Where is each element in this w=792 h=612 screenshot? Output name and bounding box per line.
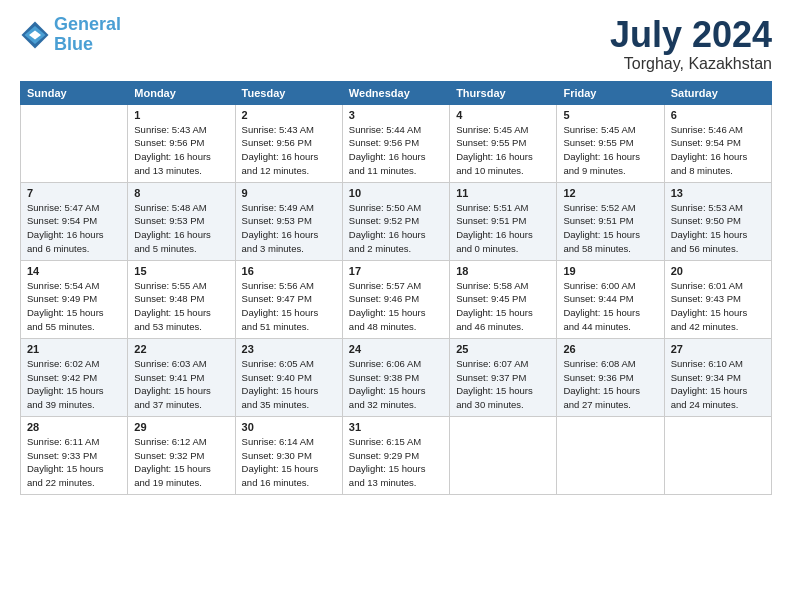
day-cell: 18Sunrise: 5:58 AM Sunset: 9:45 PM Dayli… bbox=[450, 260, 557, 338]
day-number: 23 bbox=[242, 343, 336, 355]
day-cell: 13Sunrise: 5:53 AM Sunset: 9:50 PM Dayli… bbox=[664, 182, 771, 260]
day-number: 21 bbox=[27, 343, 121, 355]
day-number: 20 bbox=[671, 265, 765, 277]
logo: General Blue bbox=[20, 15, 121, 55]
day-cell: 31Sunrise: 6:15 AM Sunset: 9:29 PM Dayli… bbox=[342, 416, 449, 494]
day-cell: 11Sunrise: 5:51 AM Sunset: 9:51 PM Dayli… bbox=[450, 182, 557, 260]
day-cell: 29Sunrise: 6:12 AM Sunset: 9:32 PM Dayli… bbox=[128, 416, 235, 494]
day-cell: 20Sunrise: 6:01 AM Sunset: 9:43 PM Dayli… bbox=[664, 260, 771, 338]
calendar-page: General Blue July 2024 Torghay, Kazakhst… bbox=[0, 0, 792, 612]
day-info: Sunrise: 5:49 AM Sunset: 9:53 PM Dayligh… bbox=[242, 201, 336, 256]
day-info: Sunrise: 6:03 AM Sunset: 9:41 PM Dayligh… bbox=[134, 357, 228, 412]
day-number: 28 bbox=[27, 421, 121, 433]
day-info: Sunrise: 6:12 AM Sunset: 9:32 PM Dayligh… bbox=[134, 435, 228, 490]
day-number: 16 bbox=[242, 265, 336, 277]
day-cell: 23Sunrise: 6:05 AM Sunset: 9:40 PM Dayli… bbox=[235, 338, 342, 416]
day-cell bbox=[557, 416, 664, 494]
day-info: Sunrise: 6:01 AM Sunset: 9:43 PM Dayligh… bbox=[671, 279, 765, 334]
day-info: Sunrise: 5:50 AM Sunset: 9:52 PM Dayligh… bbox=[349, 201, 443, 256]
day-info: Sunrise: 5:45 AM Sunset: 9:55 PM Dayligh… bbox=[456, 123, 550, 178]
day-number: 17 bbox=[349, 265, 443, 277]
day-cell: 16Sunrise: 5:56 AM Sunset: 9:47 PM Dayli… bbox=[235, 260, 342, 338]
th-thursday: Thursday bbox=[450, 81, 557, 104]
day-info: Sunrise: 6:02 AM Sunset: 9:42 PM Dayligh… bbox=[27, 357, 121, 412]
day-number: 2 bbox=[242, 109, 336, 121]
day-cell bbox=[450, 416, 557, 494]
week-row-1: 1Sunrise: 5:43 AM Sunset: 9:56 PM Daylig… bbox=[21, 104, 772, 182]
day-number: 29 bbox=[134, 421, 228, 433]
day-number: 30 bbox=[242, 421, 336, 433]
day-info: Sunrise: 5:44 AM Sunset: 9:56 PM Dayligh… bbox=[349, 123, 443, 178]
logo-line2: Blue bbox=[54, 34, 93, 54]
day-info: Sunrise: 5:51 AM Sunset: 9:51 PM Dayligh… bbox=[456, 201, 550, 256]
day-number: 7 bbox=[27, 187, 121, 199]
day-cell: 9Sunrise: 5:49 AM Sunset: 9:53 PM Daylig… bbox=[235, 182, 342, 260]
day-cell: 27Sunrise: 6:10 AM Sunset: 9:34 PM Dayli… bbox=[664, 338, 771, 416]
day-cell: 24Sunrise: 6:06 AM Sunset: 9:38 PM Dayli… bbox=[342, 338, 449, 416]
week-row-2: 7Sunrise: 5:47 AM Sunset: 9:54 PM Daylig… bbox=[21, 182, 772, 260]
calendar-table: Sunday Monday Tuesday Wednesday Thursday… bbox=[20, 81, 772, 495]
day-cell: 26Sunrise: 6:08 AM Sunset: 9:36 PM Dayli… bbox=[557, 338, 664, 416]
day-cell: 21Sunrise: 6:02 AM Sunset: 9:42 PM Dayli… bbox=[21, 338, 128, 416]
day-cell: 14Sunrise: 5:54 AM Sunset: 9:49 PM Dayli… bbox=[21, 260, 128, 338]
day-info: Sunrise: 5:54 AM Sunset: 9:49 PM Dayligh… bbox=[27, 279, 121, 334]
day-info: Sunrise: 5:55 AM Sunset: 9:48 PM Dayligh… bbox=[134, 279, 228, 334]
day-info: Sunrise: 5:47 AM Sunset: 9:54 PM Dayligh… bbox=[27, 201, 121, 256]
day-info: Sunrise: 5:43 AM Sunset: 9:56 PM Dayligh… bbox=[134, 123, 228, 178]
day-cell: 12Sunrise: 5:52 AM Sunset: 9:51 PM Dayli… bbox=[557, 182, 664, 260]
th-saturday: Saturday bbox=[664, 81, 771, 104]
day-info: Sunrise: 6:15 AM Sunset: 9:29 PM Dayligh… bbox=[349, 435, 443, 490]
week-row-4: 21Sunrise: 6:02 AM Sunset: 9:42 PM Dayli… bbox=[21, 338, 772, 416]
day-cell: 19Sunrise: 6:00 AM Sunset: 9:44 PM Dayli… bbox=[557, 260, 664, 338]
day-cell: 25Sunrise: 6:07 AM Sunset: 9:37 PM Dayli… bbox=[450, 338, 557, 416]
day-number: 26 bbox=[563, 343, 657, 355]
day-number: 22 bbox=[134, 343, 228, 355]
day-cell: 28Sunrise: 6:11 AM Sunset: 9:33 PM Dayli… bbox=[21, 416, 128, 494]
day-info: Sunrise: 5:46 AM Sunset: 9:54 PM Dayligh… bbox=[671, 123, 765, 178]
day-cell: 4Sunrise: 5:45 AM Sunset: 9:55 PM Daylig… bbox=[450, 104, 557, 182]
day-cell: 7Sunrise: 5:47 AM Sunset: 9:54 PM Daylig… bbox=[21, 182, 128, 260]
day-cell: 10Sunrise: 5:50 AM Sunset: 9:52 PM Dayli… bbox=[342, 182, 449, 260]
th-monday: Monday bbox=[128, 81, 235, 104]
day-number: 19 bbox=[563, 265, 657, 277]
calendar-body: 1Sunrise: 5:43 AM Sunset: 9:56 PM Daylig… bbox=[21, 104, 772, 494]
logo-icon bbox=[20, 20, 50, 50]
location: Torghay, Kazakhstan bbox=[610, 55, 772, 73]
day-number: 9 bbox=[242, 187, 336, 199]
day-cell: 1Sunrise: 5:43 AM Sunset: 9:56 PM Daylig… bbox=[128, 104, 235, 182]
day-info: Sunrise: 5:58 AM Sunset: 9:45 PM Dayligh… bbox=[456, 279, 550, 334]
day-number: 4 bbox=[456, 109, 550, 121]
day-number: 6 bbox=[671, 109, 765, 121]
day-number: 18 bbox=[456, 265, 550, 277]
day-number: 10 bbox=[349, 187, 443, 199]
day-info: Sunrise: 5:43 AM Sunset: 9:56 PM Dayligh… bbox=[242, 123, 336, 178]
day-cell: 6Sunrise: 5:46 AM Sunset: 9:54 PM Daylig… bbox=[664, 104, 771, 182]
day-number: 14 bbox=[27, 265, 121, 277]
day-info: Sunrise: 6:08 AM Sunset: 9:36 PM Dayligh… bbox=[563, 357, 657, 412]
day-info: Sunrise: 5:45 AM Sunset: 9:55 PM Dayligh… bbox=[563, 123, 657, 178]
day-info: Sunrise: 5:57 AM Sunset: 9:46 PM Dayligh… bbox=[349, 279, 443, 334]
day-info: Sunrise: 5:52 AM Sunset: 9:51 PM Dayligh… bbox=[563, 201, 657, 256]
day-info: Sunrise: 5:56 AM Sunset: 9:47 PM Dayligh… bbox=[242, 279, 336, 334]
day-cell bbox=[664, 416, 771, 494]
day-cell: 8Sunrise: 5:48 AM Sunset: 9:53 PM Daylig… bbox=[128, 182, 235, 260]
day-info: Sunrise: 5:53 AM Sunset: 9:50 PM Dayligh… bbox=[671, 201, 765, 256]
title-block: July 2024 Torghay, Kazakhstan bbox=[610, 15, 772, 73]
weekday-header-row: Sunday Monday Tuesday Wednesday Thursday… bbox=[21, 81, 772, 104]
day-cell: 3Sunrise: 5:44 AM Sunset: 9:56 PM Daylig… bbox=[342, 104, 449, 182]
day-info: Sunrise: 6:14 AM Sunset: 9:30 PM Dayligh… bbox=[242, 435, 336, 490]
day-number: 1 bbox=[134, 109, 228, 121]
day-info: Sunrise: 6:06 AM Sunset: 9:38 PM Dayligh… bbox=[349, 357, 443, 412]
day-info: Sunrise: 6:10 AM Sunset: 9:34 PM Dayligh… bbox=[671, 357, 765, 412]
day-number: 25 bbox=[456, 343, 550, 355]
th-wednesday: Wednesday bbox=[342, 81, 449, 104]
day-number: 11 bbox=[456, 187, 550, 199]
day-number: 27 bbox=[671, 343, 765, 355]
day-number: 12 bbox=[563, 187, 657, 199]
logo-line1: General bbox=[54, 14, 121, 34]
day-info: Sunrise: 6:07 AM Sunset: 9:37 PM Dayligh… bbox=[456, 357, 550, 412]
week-row-5: 28Sunrise: 6:11 AM Sunset: 9:33 PM Dayli… bbox=[21, 416, 772, 494]
week-row-3: 14Sunrise: 5:54 AM Sunset: 9:49 PM Dayli… bbox=[21, 260, 772, 338]
day-cell: 2Sunrise: 5:43 AM Sunset: 9:56 PM Daylig… bbox=[235, 104, 342, 182]
day-number: 5 bbox=[563, 109, 657, 121]
